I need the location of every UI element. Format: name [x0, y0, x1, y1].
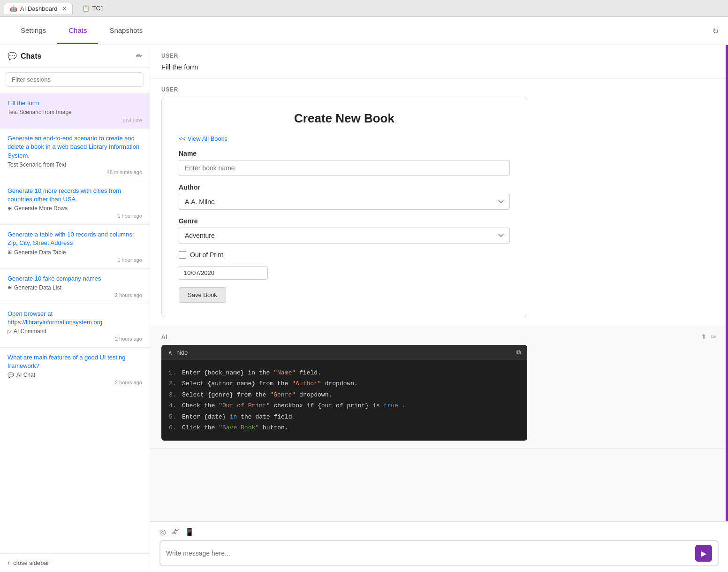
code-line-5: 5. Enter {date} in the date field. [169, 412, 520, 422]
form-group-name: Name [179, 150, 510, 176]
code-line-3: 3. Select {genre} from the "Genre" dropd… [169, 389, 520, 400]
genre-label: Genre [179, 217, 510, 225]
out-of-print-row: Out of Print [179, 251, 510, 259]
save-book-button[interactable]: Save Book [179, 287, 226, 303]
paperclip-icon[interactable]: 🖇 [172, 527, 179, 536]
message-input-row: ▶ [159, 540, 719, 566]
tab-ai-dashboard[interactable]: 🤖 AI Dashboard ✕ [4, 3, 73, 14]
out-of-print-checkbox[interactable] [179, 251, 186, 259]
accent-bar [726, 45, 728, 521]
table-icon: ⊞ [8, 249, 12, 255]
content-area: 💬 Chats ✏ Fill the form Test Scenario fr… [0, 45, 728, 572]
target-icon[interactable]: ◎ [159, 527, 166, 536]
tab-close-ai-dashboard[interactable]: ✕ [62, 6, 67, 12]
edit-icon[interactable]: ✏ [711, 333, 717, 341]
message-content: Fill the form [161, 63, 717, 71]
new-chat-button[interactable]: ✏ [136, 52, 142, 61]
nav-tabs: Settings Chats Snapshots [9, 18, 154, 44]
refresh-button[interactable]: ↻ [713, 26, 719, 35]
book-name-input[interactable] [179, 160, 510, 176]
out-of-print-label: Out of Print [190, 251, 223, 259]
tab-icon: 🤖 [10, 5, 17, 12]
copy-icon[interactable]: ⧉ [516, 349, 521, 356]
chevron-up-icon[interactable]: ∧ [168, 349, 173, 356]
chat-icon: 💬 [8, 372, 14, 378]
tab-tc1-icon: 📋 [82, 5, 90, 12]
list-item[interactable]: Open browser at https://libraryinformati… [0, 304, 150, 348]
cmd-icon: ▷ [8, 328, 11, 335]
tab-settings[interactable]: Settings [9, 18, 57, 44]
tab-snapshots[interactable]: Snapshots [98, 18, 154, 44]
top-nav: Settings Chats Snapshots ↻ [0, 17, 728, 45]
table-icon: ⊞ [8, 284, 12, 290]
list-item[interactable]: Generate a table with 10 records and col… [0, 225, 150, 268]
code-line-2: 2. Select {author_name} from the "Author… [169, 378, 520, 389]
message-header: AI ⬆ ✏ [161, 333, 717, 341]
code-line-1: 1. Enter {book_name} in the "Name" field… [169, 367, 520, 378]
app: Settings Chats Snapshots ↻ 💬 Chats ✏ [0, 17, 728, 572]
input-bar: ◎ 🖇 📱 ▶ [150, 521, 728, 572]
message-header: USER [161, 53, 717, 59]
code-block-body: 1. Enter {book_name} in the "Name" field… [161, 360, 527, 441]
phone-icon[interactable]: 📱 [185, 527, 194, 536]
form-title: Create New Book [179, 111, 510, 126]
close-sidebar-button[interactable]: ‹ close sidebar [0, 553, 150, 572]
table-icon: ⊞ [8, 206, 12, 212]
messages-area: USER Fill the form USER Create New Book … [150, 45, 728, 521]
list-item[interactable]: Generate 10 fake company names ⊞ Generat… [0, 269, 150, 304]
list-item[interactable]: Generate an end-to-end scenario to creat… [0, 129, 150, 181]
send-button[interactable]: ▶ [695, 545, 712, 562]
chat-bubble-icon: 💬 [8, 52, 17, 61]
code-line-6: 6. Click the "Save Book" button. [169, 422, 520, 433]
share-icon[interactable]: ⬆ [701, 333, 707, 341]
sidebar: 💬 Chats ✏ Fill the form Test Scenario fr… [0, 45, 150, 572]
genre-select[interactable]: Adventure [179, 228, 510, 244]
list-item[interactable]: What are main features of a good UI test… [0, 348, 150, 391]
code-block-header: ∧ hide ⧉ [161, 345, 527, 360]
author-select[interactable]: A.A. Milne [179, 194, 510, 210]
message-text-input[interactable] [166, 549, 691, 557]
code-block: ∧ hide ⧉ 1. Enter {book_name} in the "Na… [161, 345, 527, 441]
message-user-2: USER Create New Book << View All Books N… [150, 79, 728, 325]
tab-tc1[interactable]: 📋 TC1 [76, 3, 110, 14]
chevron-left-icon: ‹ [8, 559, 9, 566]
date-input[interactable] [179, 266, 268, 280]
list-item[interactable]: Generate 10 more records with cities fro… [0, 181, 150, 225]
chat-list: Fill the form Test Scenario from Image j… [0, 92, 150, 553]
code-line-4: 4. Check the "Out of Print" checkbox if … [169, 400, 520, 411]
message-user-1: USER Fill the form [150, 45, 728, 79]
sidebar-title: 💬 Chats [8, 52, 41, 61]
view-all-books-link[interactable]: << View All Books [179, 135, 510, 142]
main-panel: USER Fill the form USER Create New Book … [150, 45, 728, 572]
author-label: Author [179, 183, 510, 191]
message-actions: ⬆ ✏ [701, 333, 717, 341]
form-group-author: Author A.A. Milne [179, 183, 510, 210]
name-label: Name [179, 150, 510, 157]
input-tools: ◎ 🖇 📱 [159, 527, 719, 536]
list-item[interactable]: Fill the form Test Scenario from Image j… [0, 93, 150, 129]
tab-chats[interactable]: Chats [57, 18, 98, 44]
session-filter-input[interactable] [6, 72, 144, 87]
browser-chrome: 🤖 AI Dashboard ✕ 📋 TC1 [0, 0, 728, 17]
form-group-genre: Genre Adventure [179, 217, 510, 244]
sidebar-header: 💬 Chats ✏ [0, 45, 150, 68]
message-header: USER [161, 86, 717, 93]
message-ai-1: AI ⬆ ✏ ∧ hide ⧉ [150, 325, 728, 449]
form-preview: Create New Book << View All Books Name A… [161, 97, 527, 317]
